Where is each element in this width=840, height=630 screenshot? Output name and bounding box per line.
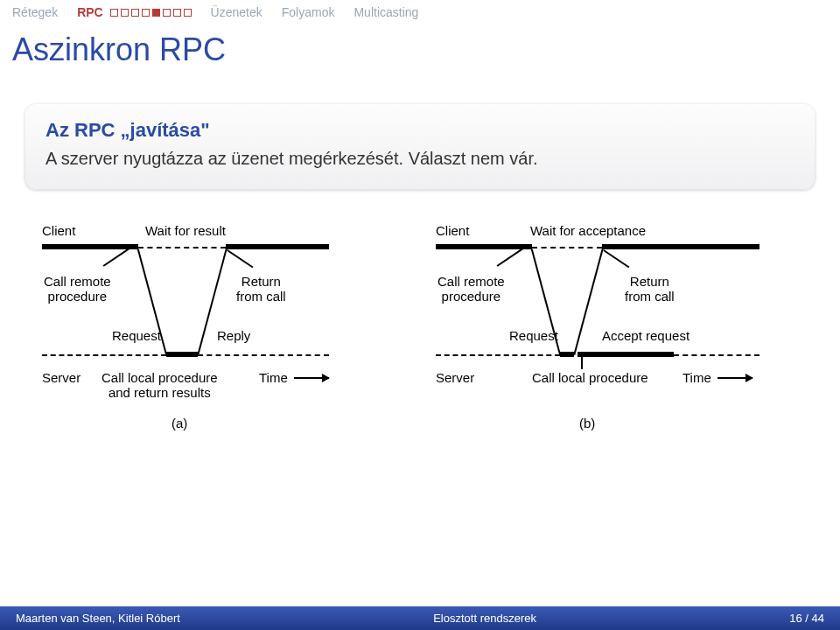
- left-return-pointer: [228, 249, 254, 268]
- left-server-label: Server: [42, 370, 80, 385]
- right-call-remote-l2: procedure: [442, 289, 501, 304]
- left-server-dash-post: [198, 354, 329, 356]
- left-return-l1: Return: [242, 274, 281, 289]
- left-call-remote-l2: procedure: [48, 289, 108, 304]
- tab-uzenetek[interactable]: Üzenetek: [211, 5, 262, 19]
- content-box: Az RPC „javítása" A szerver nyugtázza az…: [24, 103, 816, 190]
- tab-rpc-label: RPC: [77, 5, 103, 19]
- right-call-local: Call local procedure: [532, 370, 648, 385]
- progress-dots: [110, 9, 192, 17]
- left-reply-label: Reply: [217, 328, 250, 343]
- footer-authors: Maarten van Steen, Kitlei Róbert: [16, 612, 180, 625]
- left-wait-label: Wait for result: [145, 223, 226, 238]
- right-client-bar-pre: [436, 244, 532, 249]
- left-client-label: Client: [42, 223, 75, 238]
- right-return-l1: Return: [630, 274, 669, 289]
- left-call-local-l1: Call local procedure: [102, 370, 218, 385]
- right-server-dash-post: [674, 354, 760, 356]
- right-call-remote-l1: Call remote: [438, 274, 505, 289]
- footer-page: 16 / 44: [789, 612, 824, 625]
- left-client-dash: [138, 247, 226, 248]
- right-return-l2: from call: [625, 289, 675, 304]
- right-time-label: Time: [682, 370, 711, 385]
- right-localproc-pointer: [581, 357, 583, 369]
- left-time-label: Time: [259, 370, 288, 385]
- left-client-bar-pre: [42, 244, 138, 249]
- right-time-arrow: [718, 377, 752, 379]
- tab-rpc[interactable]: RPC: [77, 5, 191, 19]
- right-server-dash-pre: [436, 354, 560, 356]
- left-request-label: Request: [112, 328, 161, 343]
- left-call-remote: Call remote procedure: [44, 274, 111, 304]
- right-call-remote: Call remote procedure: [438, 274, 505, 304]
- right-client-label: Client: [436, 223, 469, 238]
- left-call-local: Call local procedure and return results: [102, 370, 218, 401]
- left-server-dash-pre: [42, 354, 166, 356]
- tab-multicasting[interactable]: Multicasting: [354, 5, 418, 19]
- right-server-proc-bar: [578, 352, 674, 357]
- right-return: Return from call: [625, 274, 675, 304]
- right-request-label: Request: [509, 328, 558, 343]
- right-wait-label: Wait for acceptance: [530, 223, 646, 238]
- rpc-diagram: Client Wait for result Call remote proce…: [42, 213, 798, 475]
- right-client-dash: [532, 247, 602, 248]
- nav-tabs: Rétegek RPC Üzenetek Folyamok Multicasti…: [0, 0, 840, 23]
- box-body: A szerver nyugtázza az üzenet megérkezés…: [46, 147, 794, 171]
- left-client-bar-post: [226, 244, 329, 249]
- right-client-bar-post: [602, 244, 760, 249]
- left-caption: (a): [172, 416, 187, 430]
- left-call-remote-l1: Call remote: [44, 274, 111, 289]
- right-caption: (b): [579, 416, 595, 430]
- page-title: Aszinkron RPC: [0, 23, 840, 86]
- right-accept-line: [573, 248, 603, 355]
- tab-retegek[interactable]: Rétegek: [12, 5, 58, 19]
- right-return-pointer: [604, 249, 630, 268]
- right-server-ack-bar: [560, 352, 574, 357]
- left-call-local-l2: and return results: [108, 385, 211, 400]
- left-time-arrow: [294, 377, 329, 379]
- left-server-bar: [166, 352, 198, 357]
- left-return-l2: from call: [236, 289, 286, 304]
- box-heading: Az RPC „javítása": [46, 119, 794, 142]
- right-accept-label: Accept request: [602, 328, 690, 343]
- footer: Maarten van Steen, Kitlei Róbert Eloszto…: [0, 606, 840, 630]
- right-server-label: Server: [436, 370, 474, 385]
- left-return: Return from call: [236, 274, 286, 304]
- footer-center: Elosztott rendszerek: [433, 612, 536, 625]
- tab-folyamok[interactable]: Folyamok: [282, 5, 335, 19]
